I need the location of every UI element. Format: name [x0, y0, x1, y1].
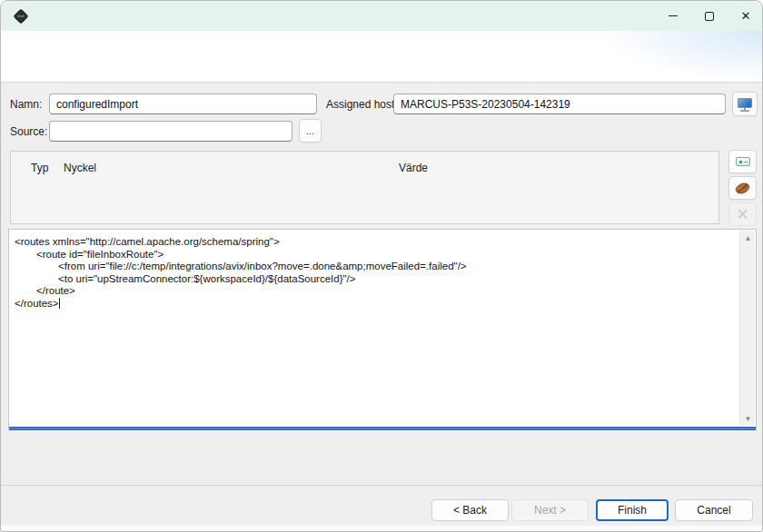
add-bean-property-button[interactable]: [728, 176, 757, 200]
code-line: </route>: [15, 285, 736, 298]
code-lines[interactable]: <routes xmlns="http://camel.apache.org/s…: [9, 230, 739, 427]
code-line: <to uri="upStreamConnector:${workspaceId…: [15, 273, 736, 286]
footer-separator: [1, 485, 763, 486]
delete-property-button[interactable]: ✕: [728, 202, 757, 226]
column-header-varde: Värde: [399, 162, 428, 174]
titlebar: ✕: [1, 1, 763, 31]
code-line: <routes xmlns="http://camel.apache.org/s…: [15, 236, 736, 249]
column-header-typ: Typ: [31, 162, 48, 174]
text-field-icon: [736, 157, 750, 166]
scroll-up-icon[interactable]: ▲: [740, 231, 756, 245]
code-line: </routes>: [15, 298, 736, 310]
banner-swoosh-graphic: [473, 31, 763, 82]
assigned-host-label: Assigned host:: [326, 98, 398, 111]
add-field-property-button[interactable]: [728, 150, 757, 173]
back-button[interactable]: < Back: [431, 499, 509, 521]
window-controls: ✕: [655, 1, 763, 31]
code-line: <route id="fileInboxRoute">: [15, 249, 736, 261]
name-label: Namn:: [10, 98, 42, 111]
next-button[interactable]: Next >: [511, 499, 589, 521]
editor-focus-underline: [9, 427, 756, 430]
close-icon: ✕: [741, 10, 751, 22]
properties-table[interactable]: Typ Nyckel Värde: [10, 151, 719, 224]
maximize-button[interactable]: [691, 1, 728, 31]
window-bottom-strip: [1, 526, 763, 532]
delete-x-icon: ✕: [736, 207, 748, 222]
column-header-nyckel: Nyckel: [64, 162, 96, 174]
cancel-button[interactable]: Cancel: [675, 499, 753, 521]
scroll-down-icon[interactable]: ▼: [740, 411, 756, 426]
coffee-bean-icon: [734, 182, 751, 195]
assigned-host-input[interactable]: [393, 94, 726, 114]
name-input[interactable]: [49, 94, 317, 114]
select-host-button[interactable]: [732, 92, 758, 116]
app-logo-icon: [12, 7, 30, 25]
finish-button[interactable]: Finish: [596, 499, 669, 521]
text-caret: [59, 298, 60, 309]
source-input[interactable]: [49, 121, 292, 142]
wizard-banner: [1, 31, 763, 83]
minimize-button[interactable]: [655, 1, 691, 31]
browse-source-button[interactable]: ...: [299, 119, 322, 143]
minimize-icon: [669, 15, 678, 16]
route-xml-editor[interactable]: <routes xmlns="http://camel.apache.org/s…: [8, 229, 757, 430]
close-button[interactable]: ✕: [728, 1, 763, 31]
computer-monitor-icon: [737, 97, 753, 112]
source-label: Source:: [10, 125, 47, 138]
maximize-icon: [705, 12, 714, 21]
wizard-dialog-window: ✕ Namn: Assigned host: Source: ... Typ N…: [0, 0, 763, 532]
code-line: <from uri="file://c:/temp/integrations/a…: [15, 261, 736, 273]
editor-vertical-scrollbar[interactable]: ▲ ▼: [739, 231, 755, 426]
